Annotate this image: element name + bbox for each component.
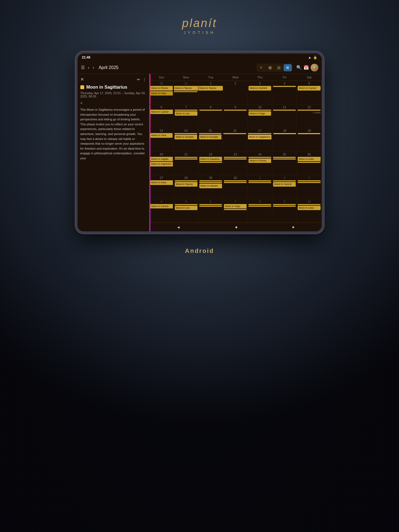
event-moon-leo-c9[interactable] [224,110,247,111]
cell-mar30[interactable]: 30 Moon in Pisces Moon in Aries [149,81,174,104]
event-moon-cancer-c5[interactable] [175,204,197,205]
cell-may7[interactable]: 7 Moon in Virgo [223,199,248,223]
event-moon-aries-start[interactable]: Moon in Aries [150,91,173,96]
prev-button[interactable]: ‹ [87,65,91,71]
cell-may6[interactable]: 6 [199,199,223,223]
cell-may8[interactable]: 8 [248,199,272,223]
event-moon-gemini-c2[interactable] [273,180,296,181]
event-moon-gemini-c1[interactable] [249,182,271,183]
cell-apr30[interactable]: 30 [223,175,248,199]
cell-apr23[interactable]: 23 [223,152,248,175]
cell-apr8[interactable]: 8 [199,105,223,128]
event-moon-aries-c28[interactable] [175,180,197,181]
more-icon[interactable]: ⋮ [142,77,146,82]
event-moon-leo-endw6[interactable] [273,206,296,207]
cell-may10[interactable]: 10 Moon in Libra [297,199,321,223]
event-moon-leo-c6[interactable] [199,206,222,207]
cell-apr10[interactable]: 10 Moon in Virgo [248,105,272,128]
event-moon-taurus-w5[interactable]: Moon in Taurus [175,182,197,187]
event-moon-cancer-start[interactable]: Moon in Cancer [150,110,173,114]
cell-apr26[interactable]: 26 Moon in Aries [297,152,321,175]
calendar-button[interactable]: 📅 [303,65,309,70]
event-moon-sagittarius[interactable]: Moon in Sagittarius [248,135,271,139]
cell-apr12[interactable]: 12 2 more [297,105,321,128]
cell-apr17[interactable]: 17 Moon in Sagittarius [247,128,273,152]
next-button[interactable]: › [92,65,95,71]
event-moon-leo-start[interactable]: Moon in Leo [175,111,197,116]
event-moon-gemini-end3[interactable] [298,180,320,181]
cell-may4[interactable]: 4 Moon in Cancer [149,199,174,223]
event-moon-taurus-c[interactable]: Moon in Taurus [174,86,198,91]
cell-apr24[interactable]: 24 Moon in Pisces [248,152,272,175]
event-moon-aquarius[interactable]: Moon in Aquarius [199,157,222,162]
event-moon-aq-c23[interactable] [224,157,247,158]
event-moon-aries-w5[interactable]: Moon in Aries [150,180,173,185]
event-moon-cancer-c3[interactable] [298,182,320,183]
event-moon-sagitta[interactable]: Moon in Sagitta [150,157,173,162]
event-moon-cancer-w5[interactable]: Moon in Cancer [273,182,296,187]
cell-apr27[interactable]: 27 Moon in Aries [149,175,174,199]
event-moon-pisces[interactable]: Moon in Pisces [150,86,173,91]
event-moon-libra-end[interactable] [199,133,222,134]
cell-may5[interactable]: 5 Moon in Leo [174,199,199,223]
event-moon-leo-c7[interactable] [224,209,247,210]
cell-may2[interactable]: 2 Moon in Cancer [272,175,297,199]
cell-apr18[interactable]: 18 [273,128,297,152]
event-moon-aries-end29[interactable] [199,180,222,181]
cell-apr4[interactable]: 4 [272,81,297,104]
cell-apr6[interactable]: 6 Moon in Cancer [149,105,174,128]
cell-apr15[interactable]: 15 Moon in Scorpio [198,128,223,152]
search-button[interactable]: 🔍 [296,65,302,70]
cell-apr16[interactable]: 16 [223,128,247,152]
event-moon-cancer-w6[interactable]: Moon in Cancer [150,204,173,209]
more-indicator[interactable]: 2 more [298,111,320,114]
avatar[interactable]: P [311,64,318,72]
cell-may1[interactable]: 1 [248,175,272,199]
cell-apr21[interactable]: 21 [174,152,199,175]
close-button[interactable]: ✕ [80,77,84,82]
cell-apr3[interactable]: 3 Moon in Gemini [248,81,272,104]
event-moon-taurus-c30[interactable] [224,180,247,181]
cell-apr14[interactable]: 14 Moon in Scorpio [174,128,198,152]
event-moon-taurus-end[interactable]: Moon in Taurus [199,86,223,91]
event-moon-cap-end[interactable] [224,158,247,160]
event-moon-leo-c11[interactable] [273,110,296,111]
event-moon-gemini-w1[interactable]: Moon in Gemini [249,86,271,91]
event-moon-virgo-c9[interactable] [273,204,296,205]
event-moon-libra-c14[interactable] [175,133,197,134]
event-moon-leo-end[interactable] [298,110,320,111]
cell-apr5[interactable]: 5 Moon in Cancer [297,81,321,104]
event-moon-cancer-end6[interactable] [199,204,222,205]
cell-mar31[interactable]: 31 Moon in Taurus [174,81,199,104]
event-moon-gemini-w5[interactable]: Moon in Gemini [199,184,222,188]
event-moon-gemini-c30[interactable] [224,182,247,183]
event-moon-pisces-end[interactable] [298,162,320,163]
cell-may9[interactable]: 9 [272,199,297,223]
event-moon-leo-c8[interactable] [199,110,222,111]
cell-apr28[interactable]: 28 Moon in Taurus [174,175,199,199]
event-moon-libra[interactable]: Moon in Libra [150,133,173,138]
event-moon-cap-c22[interactable] [199,162,222,163]
event-moon-pisces-w4[interactable]: Moon in Pisces [249,158,271,163]
event-moon-sagitta-end[interactable] [175,157,197,158]
event-moon-taurus-end1[interactable] [249,180,271,181]
event-moon-capricorn[interactable]: Moon in Capricorn [150,162,173,166]
event-moon-virgo-end10[interactable] [298,204,320,205]
cell-apr2[interactable]: 2 [223,81,248,104]
event-moon-cancer-c7[interactable] [175,110,197,111]
cell-apr22[interactable]: 22 Moon in Aquarius [199,152,223,175]
cell-apr7[interactable]: 7 Moon in Leo [174,105,199,128]
event-moon-scorpio-c15[interactable]: Moon in Scorpio [199,135,222,139]
event-moon-virgo-w6[interactable]: Moon in Virgo [224,204,247,209]
event-moon-virgo-c8[interactable] [249,204,271,205]
event-moon-leo-c8w6[interactable] [249,206,271,207]
event-moon-virgo[interactable]: Moon in Virgo [249,111,271,116]
cell-apr1[interactable]: 1 Moon in Taurus [199,81,223,104]
event-moon-sag-c18[interactable] [273,133,296,134]
event-moon-aries-w4[interactable]: Moon in Aries [298,157,320,162]
cell-apr19[interactable]: 19 [297,128,322,152]
event-moon-taurus-c29[interactable] [199,182,222,183]
cell-apr11[interactable]: 11 [272,105,297,128]
event-moon-scorpio-end[interactable] [248,133,271,134]
back-button[interactable]: ◄ [176,225,180,229]
